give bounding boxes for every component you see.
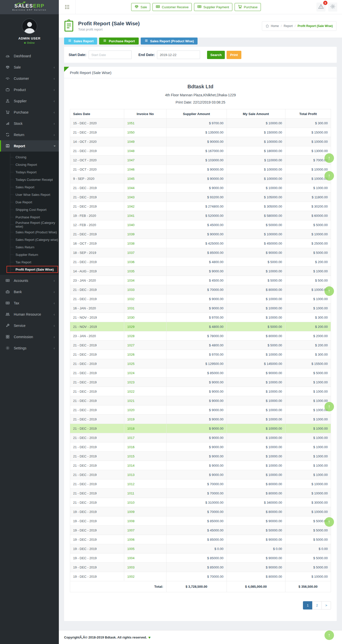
invoice-link[interactable]: 1017 [127,436,134,440]
sidebar-item-purchase[interactable]: Purchase‹ [0,107,59,118]
pagination-page-2[interactable]: 2 [312,601,322,609]
invoice-link[interactable]: 1020 [127,408,134,412]
submenu-item-closing-report[interactable]: Closing Report [0,161,59,168]
topbar-button-supplier-payment[interactable]: Supplier Payment [194,3,232,11]
invoice-link[interactable]: 1035 [127,269,134,273]
invoice-link[interactable]: 1009 [127,510,134,514]
sidebar-item-return[interactable]: Return‹ [0,129,59,140]
invoice-link[interactable]: 1016 [127,445,134,449]
sidebar-item-commission[interactable]: Commission‹ [0,331,59,342]
invoice-link[interactable]: 1019 [127,417,134,421]
invoice-link[interactable]: 1028 [127,334,134,338]
invoice-link[interactable]: 1036 [127,260,134,264]
submenu-item-due-report[interactable]: Due Report [0,198,59,206]
sidebar-item-stock[interactable]: Stock‹ [0,118,59,129]
invoice-link[interactable]: 1002 [127,575,134,578]
sidebar-item-sale[interactable]: Sale‹ [0,62,59,73]
scroll-top-button[interactable]: ↑ [324,153,334,163]
scroll-top-button[interactable]: ↑ [324,286,334,296]
invoice-link[interactable]: 1024 [127,371,134,375]
submenu-item-purchase-report-category-wise[interactable]: Purchase Report (Category wise) [0,221,59,228]
sidebar-item-settings[interactable]: Settings‹ [0,342,59,354]
sidebar-item-service[interactable]: Service‹ [0,320,59,331]
invoice-link[interactable]: 1046 [127,168,134,171]
invoice-link[interactable]: 1038 [127,242,134,245]
sidebar-item-human-resource[interactable]: Human Resource‹ [0,309,59,320]
sidebar-item-product[interactable]: Product‹ [0,84,59,95]
scroll-top-button[interactable]: ↑ [324,402,334,411]
search-button[interactable]: Search [207,51,225,59]
topbar-button-customer-receive[interactable]: Customer Receive [152,3,192,11]
invoice-link[interactable]: 1032 [127,297,134,301]
invoice-link[interactable]: 1044 [127,186,134,190]
invoice-link[interactable]: 1021 [127,399,134,403]
invoice-link[interactable]: 1025 [127,362,134,366]
invoice-link[interactable]: 1048 [127,149,134,153]
alerts-button[interactable]: 0 [316,3,325,12]
invoice-link[interactable]: 1015 [127,454,134,458]
sidebar-item-accounts[interactable]: Accounts‹ [0,275,59,286]
settings-button[interactable] [328,3,337,12]
tab-purchase-report[interactable]: Purchase Report [99,38,138,45]
topbar-button-sale[interactable]: Sale [131,3,150,11]
invoice-link[interactable]: 1011 [127,491,134,495]
submenu-item-todays-customer-receipt[interactable]: Todays Customer Receipt [0,176,59,183]
invoice-link[interactable]: 1027 [127,343,134,347]
invoice-link[interactable]: 1042 [127,205,134,208]
sidebar-item-supplier[interactable]: Supplier‹ [0,95,59,107]
pagination-next-button[interactable]: > [321,601,331,609]
app-logo[interactable]: SALESERP Business ERP Solution [0,0,59,14]
avatar[interactable] [22,19,37,34]
invoice-link[interactable]: 1041 [127,214,134,218]
invoice-link[interactable]: 1026 [127,353,134,356]
submenu-item-shipping-cost-report[interactable]: Shipping Cost Report [0,206,59,213]
submenu-item-sales-return[interactable]: Sales Return [0,243,59,251]
submenu-item-closing[interactable]: Closing [0,153,59,161]
invoice-link[interactable]: 1013 [127,473,134,477]
invoice-link[interactable]: 1031 [127,306,134,310]
submenu-item-sales-report[interactable]: Sales Report [0,183,59,191]
invoice-link[interactable]: 1045 [127,177,134,181]
submenu-item-supplier-return[interactable]: Supplier Return [0,251,59,258]
invoice-link[interactable]: 1018 [127,427,134,430]
invoice-link[interactable]: 1004 [127,556,134,560]
invoice-link[interactable]: 1022 [127,390,134,393]
invoice-link[interactable]: 1023 [127,380,134,384]
sidebar-item-tax[interactable]: Tax‹ [0,297,59,309]
scroll-top-button[interactable]: ↑ [324,630,334,640]
invoice-link[interactable]: 1049 [127,140,134,144]
breadcrumb-home[interactable]: Home [271,24,279,28]
submenu-item-tax-report[interactable]: Tax Report [0,258,59,266]
invoice-link[interactable]: 1008 [127,519,134,523]
invoice-link[interactable]: 1030 [127,316,134,319]
tab-sales-report[interactable]: Sales Report [64,38,97,45]
sidebar-item-dashboard[interactable]: Dashboard [0,50,59,62]
invoice-link[interactable]: 1037 [127,251,134,255]
invoice-link[interactable]: 1003 [127,565,134,569]
pagination-page-1[interactable]: 1 [303,601,312,609]
submenu-item-purchase-report[interactable]: Purchase Report [0,213,59,221]
invoice-link[interactable]: 1047 [127,158,134,162]
tab-sales-report-product-wise[interactable]: Sales Report (Product Wise) [141,38,198,45]
invoice-link[interactable]: 1005 [127,547,134,551]
invoice-link[interactable]: 1034 [127,279,134,282]
invoice-link[interactable]: 1033 [127,288,134,292]
invoice-link[interactable]: 1006 [127,538,134,541]
submenu-item-sales-report-category-wise[interactable]: Sales Report (Category wise) [0,236,59,243]
invoice-link[interactable]: 1012 [127,482,134,486]
submenu-item-user-wise-sales-report[interactable]: User Wise Sales Report [0,191,59,198]
invoice-link[interactable]: 1029 [127,325,134,329]
invoice-link[interactable]: 1010 [127,501,134,504]
end-date-input[interactable] [157,51,200,59]
submenu-item-sales-report-product-wise[interactable]: Sales Report (Product Wise) [0,228,59,236]
invoice-link[interactable]: 1051 [127,121,134,125]
invoice-link[interactable]: 1014 [127,464,134,467]
menu-grid-icon[interactable] [59,5,75,10]
topbar-button-purchase[interactable]: Purchase [235,3,261,11]
invoice-link[interactable]: 1050 [127,131,134,134]
invoice-link[interactable]: 1043 [127,195,134,199]
print-button[interactable]: Print [227,51,241,59]
sidebar-item-bank[interactable]: Bank‹ [0,286,59,297]
start-date-input[interactable] [89,51,132,59]
sidebar-item-report[interactable]: Report‹ [0,140,59,152]
